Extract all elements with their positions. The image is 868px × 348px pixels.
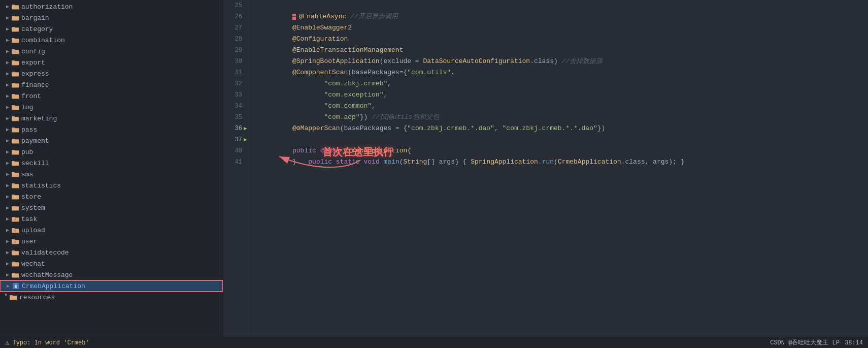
code-editor: 25 26 27 28 29 30 31 32 33 34 35 36 37 4… bbox=[223, 0, 868, 337]
chevron-icon: ▶ bbox=[4, 3, 11, 10]
sidebar-item-export[interactable]: ▶ export bbox=[0, 57, 223, 68]
run-arrow-37: ▶ bbox=[244, 134, 247, 145]
line-number-31: 31 bbox=[227, 67, 242, 78]
sidebar-item-resources[interactable]: ▶ resources bbox=[0, 292, 223, 303]
chevron-icon: ▶ bbox=[4, 227, 11, 234]
chevron-icon: ▶ bbox=[4, 260, 11, 267]
code-line-41 bbox=[253, 156, 868, 168]
sidebar-item-pub[interactable]: ▶ pub bbox=[0, 146, 223, 157]
warning-icon: ⚠ bbox=[5, 338, 9, 347]
sidebar-item-label: statistics bbox=[21, 182, 61, 189]
sidebar-item-payment[interactable]: ▶ payment bbox=[0, 135, 223, 146]
folder-icon bbox=[11, 248, 19, 257]
sidebar-item-sms[interactable]: ▶ sms bbox=[0, 169, 223, 180]
svg-rect-1 bbox=[14, 196, 16, 198]
sidebar-item-user[interactable]: ▶ user bbox=[0, 236, 223, 247]
line-number-30: 30 bbox=[227, 56, 242, 67]
sidebar-item-express[interactable]: ▶ express bbox=[0, 68, 223, 79]
folder-icon bbox=[11, 114, 19, 122]
line-number-34: 34 bbox=[227, 101, 242, 112]
sidebar-item-label: export bbox=[21, 59, 45, 67]
status-right: CSDN @吞吐吐大魔王 LP 38:14 bbox=[770, 338, 863, 347]
sidebar-item-front[interactable]: ▶ front bbox=[0, 90, 223, 102]
sidebar-item-label: system bbox=[21, 204, 45, 212]
sidebar-item-authorization[interactable]: ▶ authorization bbox=[0, 1, 223, 12]
sidebar-item-wechat[interactable]: ▶ wechat bbox=[0, 258, 223, 269]
sidebar-item-label: wechatMessage bbox=[21, 271, 73, 279]
typo-warning: Typo: In word 'Crmeb' bbox=[12, 339, 89, 346]
code-line-32: "com.exception", bbox=[253, 78, 868, 89]
sidebar-item-label: task bbox=[21, 215, 37, 223]
sidebar-item-label: user bbox=[21, 238, 37, 245]
chevron-icon: ▶ bbox=[4, 70, 11, 77]
folder-icon bbox=[11, 148, 19, 156]
sidebar-item-label: authorization bbox=[21, 3, 73, 11]
sidebar-item-label: front bbox=[21, 92, 41, 100]
csdn-label: CSDN @吞吐吐大魔王 LP bbox=[770, 338, 840, 347]
chevron-icon: ▶ bbox=[4, 126, 11, 133]
sidebar-item-label: validatecode bbox=[21, 249, 69, 257]
sidebar-item-marketing[interactable]: ▶ marketing bbox=[0, 113, 223, 124]
code-line-26: @EnableSwagger2 bbox=[253, 11, 868, 22]
folder-resources-icon bbox=[9, 293, 17, 301]
sidebar-item-combination[interactable]: ▶ combination bbox=[0, 35, 223, 46]
folder-icon bbox=[11, 137, 19, 145]
chevron-icon: ▶ bbox=[4, 204, 11, 211]
svg-point-4 bbox=[14, 241, 16, 243]
folder-icon bbox=[11, 81, 19, 89]
sidebar-item-statistics[interactable]: ▶ statistics bbox=[0, 180, 223, 191]
status-left: ⚠ Typo: In word 'Crmeb' bbox=[5, 338, 89, 347]
folder-icon bbox=[11, 170, 19, 178]
folder-icon bbox=[11, 14, 19, 22]
sidebar-item-task[interactable]: ▶ task bbox=[0, 213, 223, 225]
sidebar-item-bargain[interactable]: ▶ bargain bbox=[0, 12, 223, 23]
code-line-28: @EnableTransactionManagement bbox=[253, 34, 868, 45]
sidebar-item-category[interactable]: ▶ category bbox=[0, 23, 223, 35]
code-line-37: ▶ public static void main(String[] args)… bbox=[253, 134, 868, 145]
position-label: 38:14 bbox=[845, 339, 863, 346]
folder-icon bbox=[11, 103, 19, 111]
sidebar-item-validatecode[interactable]: ▶ validatecode bbox=[0, 247, 223, 258]
chevron-icon: ▶ bbox=[4, 171, 11, 178]
svg-rect-7 bbox=[15, 286, 17, 288]
chevron-icon: ▶ bbox=[4, 25, 11, 33]
sidebar-item-seckill[interactable]: ▶ seckill bbox=[0, 157, 223, 169]
sidebar-item-label: payment bbox=[21, 137, 49, 145]
sidebar-item-finance[interactable]: ▶ finance bbox=[0, 79, 223, 90]
sidebar-item-label: upload bbox=[21, 227, 45, 234]
sidebar-item-log[interactable]: ▶ log bbox=[0, 102, 223, 113]
chevron-icon: ▶ bbox=[4, 249, 11, 256]
sidebar-item-label: express bbox=[21, 70, 49, 78]
sidebar-item-label: store bbox=[21, 193, 41, 201]
sidebar-item-wechatmessage[interactable]: ▶ wechatMessage bbox=[0, 269, 223, 280]
sidebar-item-system[interactable]: ▶ system bbox=[0, 202, 223, 213]
line-numbers: 25 26 27 28 29 30 31 32 33 34 35 36 37 4… bbox=[223, 0, 249, 337]
sidebar-item-store[interactable]: ▶ store bbox=[0, 191, 223, 202]
sidebar-item-pass[interactable]: ▶ pass bbox=[0, 124, 223, 135]
code-line-36: ▶ public class CrmebApplication{ bbox=[253, 123, 868, 134]
folder-store-icon bbox=[11, 193, 19, 201]
sidebar-item-label: wechat bbox=[21, 260, 45, 268]
svg-point-2 bbox=[14, 218, 16, 220]
status-bar: ⚠ Typo: In word 'Crmeb' CSDN @吞吐吐大魔王 LP … bbox=[0, 337, 868, 348]
chevron-icon: ▶ bbox=[4, 115, 11, 122]
folder-icon bbox=[11, 159, 19, 167]
folder-icon bbox=[11, 36, 19, 44]
svg-point-0 bbox=[14, 51, 16, 53]
code-line-35: @⚙MapperScan(basePackages = {"com.zbkj.c… bbox=[253, 112, 868, 123]
chevron-icon: ▶ bbox=[4, 215, 11, 223]
sidebar-item-config[interactable]: ▶ config bbox=[0, 46, 223, 57]
sidebar-item-crmeb-application[interactable]: ▶ CrmebApplication bbox=[0, 280, 223, 292]
code-line-29: @SpringBootApplication(exclude = DataSou… bbox=[253, 45, 868, 56]
folder-icon bbox=[11, 25, 19, 33]
chevron-icon: ▶ bbox=[4, 48, 11, 55]
file-tree[interactable]: ▶ authorization ▶ bargain ▶ category ▶ c… bbox=[0, 0, 223, 337]
line-number-27: 27 bbox=[227, 22, 242, 34]
folder-icon bbox=[11, 70, 19, 78]
chevron-icon: ▶ bbox=[4, 182, 11, 189]
sidebar-item-upload[interactable]: ▶ upload bbox=[0, 225, 223, 236]
code-line-33: "com.common", bbox=[253, 89, 868, 101]
sidebar-item-label: resources bbox=[19, 294, 55, 301]
sidebar-item-label: CrmebApplication bbox=[22, 282, 85, 290]
code-line-40: } bbox=[253, 145, 868, 156]
